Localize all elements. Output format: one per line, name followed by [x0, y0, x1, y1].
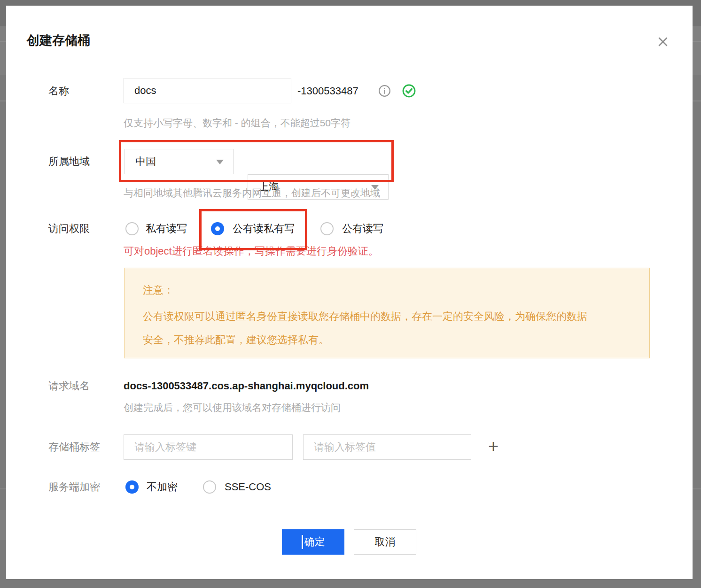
access-label: 访问权限 [48, 222, 90, 235]
access-option-private[interactable]: 私有读写 [125, 222, 187, 235]
access-option-label: 公有读私有写 [233, 222, 295, 235]
radio-unchecked-icon[interactable] [125, 222, 139, 235]
tag-value-input[interactable] [303, 434, 471, 460]
create-bucket-dialog: 创建存储桶 名称 -1300533487 仅支持小写字母、数字和 - 的组合，不… [6, 6, 693, 579]
domain-label: 请求域名 [48, 379, 90, 393]
plus-icon: + [488, 436, 498, 456]
encryption-option-none[interactable]: 不加密 [125, 480, 178, 494]
security-notice-box: 注意： 公有读权限可以通过匿名身份直接读取您存储桶中的数据，存在一定的安全风险，… [124, 268, 650, 358]
encryption-option-sse-cos[interactable]: SSE-COS [203, 480, 271, 494]
bucket-name-suffix: -1300533487 [297, 85, 358, 98]
chevron-down-icon [216, 160, 224, 164]
access-warning: 可对object进行匿名读操作，写操作需要进行身份验证。 [124, 245, 379, 258]
region-country-value: 中国 [135, 155, 156, 169]
notice-title: 注意： [143, 283, 631, 297]
validation-success-icon [402, 84, 416, 98]
name-hint: 仅支持小写字母、数字和 - 的组合，不能超过50字符 [124, 117, 350, 129]
tag-key-input[interactable] [124, 434, 293, 460]
access-option-label: 公有读写 [342, 222, 383, 235]
encryption-label: 服务端加密 [48, 480, 100, 494]
close-icon [656, 35, 670, 49]
notice-body: 公有读权限可以通过匿名身份直接读取您存储桶中的数据，存在一定的安全风险，为确保您… [143, 305, 590, 352]
info-icon[interactable] [378, 85, 391, 97]
tags-label: 存储桶标签 [48, 441, 100, 454]
radio-checked-icon[interactable] [211, 222, 224, 235]
text-cursor-icon [302, 535, 303, 549]
bucket-name-input[interactable] [124, 78, 291, 103]
cancel-button[interactable]: 取消 [354, 529, 416, 555]
access-option-label: 私有读写 [146, 222, 187, 235]
radio-unchecked-icon[interactable] [320, 222, 334, 235]
confirm-button[interactable]: 确定 [282, 529, 344, 555]
name-label: 名称 [48, 85, 69, 98]
confirm-button-label: 确定 [304, 535, 325, 549]
add-tag-button[interactable]: + [488, 438, 498, 455]
region-country-select[interactable]: 中国 [125, 149, 234, 174]
access-option-public-read-private-write[interactable]: 公有读私有写 [211, 222, 295, 235]
access-option-public-read-write[interactable]: 公有读写 [320, 222, 383, 235]
domain-hint: 创建完成后，您可以使用该域名对存储桶进行访问 [124, 402, 341, 414]
close-button[interactable] [655, 34, 671, 50]
domain-value: docs-1300533487.cos.ap-shanghai.myqcloud… [124, 379, 369, 393]
cancel-button-label: 取消 [375, 535, 396, 549]
radio-unchecked-icon[interactable] [203, 480, 216, 494]
dialog-title: 创建存储桶 [27, 33, 90, 48]
region-hint: 与相同地域其他腾讯云服务内网互通，创建后不可更改地域 [124, 187, 380, 199]
region-label: 所属地域 [48, 155, 90, 168]
encryption-option-label: 不加密 [147, 480, 178, 494]
encryption-option-label: SSE-COS [225, 480, 271, 494]
radio-checked-icon[interactable] [125, 480, 139, 494]
